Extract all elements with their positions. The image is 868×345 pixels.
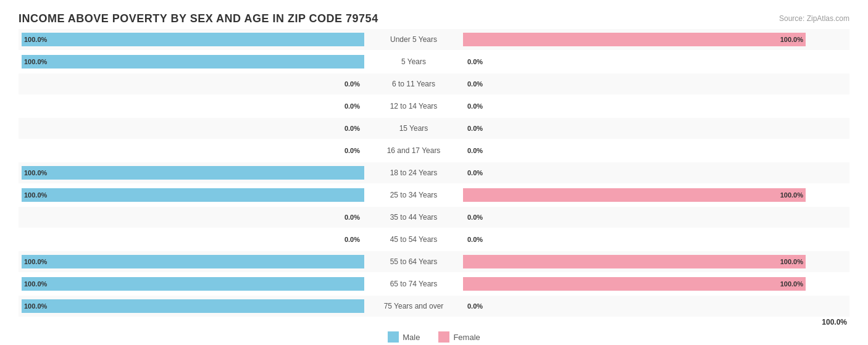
female-zero-value: 0.0% bbox=[465, 302, 485, 310]
legend-female: Female bbox=[438, 331, 480, 343]
female-bar-area: 100.0% bbox=[463, 251, 809, 272]
male-bar: 100.0% bbox=[22, 299, 364, 313]
female-value: 100.0% bbox=[780, 191, 803, 199]
female-zero-value: 0.0% bbox=[465, 169, 485, 177]
legend: Male Female bbox=[19, 331, 849, 343]
male-zero-value: 0.0% bbox=[343, 236, 362, 243]
chart-row: 100.0%18 to 24 Years0.0% bbox=[19, 162, 849, 183]
age-label: 65 to 74 Years bbox=[364, 280, 463, 288]
chart-row: 0.0%15 Years0.0% bbox=[19, 118, 849, 139]
female-bar: 100.0% bbox=[463, 33, 806, 46]
age-label: 16 and 17 Years bbox=[364, 146, 463, 155]
chart-row: 100.0%65 to 74 Years100.0% bbox=[19, 273, 849, 294]
male-bar-area: 0.0% bbox=[19, 229, 364, 250]
male-value: 100.0% bbox=[24, 258, 47, 265]
male-bar-area: 0.0% bbox=[19, 96, 364, 117]
female-box bbox=[438, 331, 449, 343]
age-label: 15 Years bbox=[364, 124, 463, 133]
age-label: Under 5 Years bbox=[364, 35, 463, 44]
male-bar: 100.0% bbox=[22, 277, 364, 291]
male-value: 100.0% bbox=[24, 36, 47, 43]
female-bar-area: 0.0% bbox=[463, 140, 809, 161]
female-bar-area: 0.0% bbox=[463, 296, 809, 317]
female-bar-area: 0.0% bbox=[463, 73, 809, 94]
chart-row: 100.0%25 to 34 Years100.0% bbox=[19, 185, 849, 206]
male-bar-area: 0.0% bbox=[19, 140, 364, 161]
female-bar-area: 0.0% bbox=[463, 51, 809, 72]
female-bar-area: 0.0% bbox=[463, 118, 809, 139]
age-label: 25 to 34 Years bbox=[364, 191, 463, 199]
male-value: 100.0% bbox=[24, 58, 47, 65]
female-bar-area: 0.0% bbox=[463, 96, 809, 117]
male-value: 100.0% bbox=[24, 191, 47, 199]
male-bar: 100.0% bbox=[22, 55, 364, 69]
male-bar-area: 100.0% bbox=[19, 296, 364, 317]
male-zero-value: 0.0% bbox=[343, 125, 362, 132]
male-value: 100.0% bbox=[24, 302, 47, 310]
male-zero-value: 0.0% bbox=[343, 214, 362, 221]
male-bar: 100.0% bbox=[22, 33, 364, 46]
footer-value: 100.0% bbox=[19, 318, 849, 326]
chart-row: 0.0%6 to 11 Years0.0% bbox=[19, 73, 849, 94]
female-bar-area: 100.0% bbox=[463, 185, 809, 206]
female-zero-value: 0.0% bbox=[465, 102, 485, 110]
female-bar-area: 0.0% bbox=[463, 207, 809, 228]
male-zero-value: 0.0% bbox=[343, 147, 362, 154]
chart-row: 100.0%55 to 64 Years100.0% bbox=[19, 251, 849, 272]
age-label: 45 to 54 Years bbox=[364, 235, 463, 244]
male-bar: 100.0% bbox=[22, 255, 364, 268]
female-bar-area: 0.0% bbox=[463, 162, 809, 183]
female-zero-value: 0.0% bbox=[465, 80, 485, 88]
male-bar: 100.0% bbox=[22, 188, 364, 202]
chart-row: 100.0%5 Years0.0% bbox=[19, 51, 849, 72]
male-zero-value: 0.0% bbox=[343, 102, 362, 110]
age-label: 12 to 14 Years bbox=[364, 102, 463, 110]
age-label: 18 to 24 Years bbox=[364, 168, 463, 177]
chart-row: 0.0%45 to 54 Years0.0% bbox=[19, 229, 849, 250]
male-label: Male bbox=[403, 333, 420, 342]
female-bar: 100.0% bbox=[463, 255, 806, 268]
female-zero-value: 0.0% bbox=[465, 236, 485, 243]
female-zero-value: 0.0% bbox=[465, 125, 485, 132]
legend-male: Male bbox=[388, 331, 420, 343]
age-label: 5 Years bbox=[364, 57, 463, 66]
male-value: 100.0% bbox=[24, 280, 47, 288]
female-bar: 100.0% bbox=[463, 188, 806, 202]
female-bar: 100.0% bbox=[463, 277, 806, 291]
chart-row: 0.0%12 to 14 Years0.0% bbox=[19, 96, 849, 117]
male-bar-area: 0.0% bbox=[19, 118, 364, 139]
chart-row: 0.0%16 and 17 Years0.0% bbox=[19, 140, 849, 161]
male-bar-area: 0.0% bbox=[19, 207, 364, 228]
age-label: 6 to 11 Years bbox=[364, 80, 463, 88]
male-value: 100.0% bbox=[24, 169, 47, 177]
age-label: 35 to 44 Years bbox=[364, 213, 463, 222]
male-bar-area: 100.0% bbox=[19, 185, 364, 206]
male-box bbox=[388, 331, 399, 343]
female-value: 100.0% bbox=[780, 280, 803, 288]
age-label: 75 Years and over bbox=[364, 302, 463, 310]
female-value: 100.0% bbox=[780, 36, 803, 43]
female-zero-value: 0.0% bbox=[465, 58, 485, 65]
female-value: 100.0% bbox=[780, 258, 803, 265]
female-bar-area: 0.0% bbox=[463, 229, 809, 250]
male-bar-area: 100.0% bbox=[19, 251, 364, 272]
female-zero-value: 0.0% bbox=[465, 214, 485, 221]
female-label: Female bbox=[453, 333, 480, 342]
chart-container: 100.0%Under 5 Years100.0%100.0%5 Years0.… bbox=[19, 29, 849, 326]
male-bar: 100.0% bbox=[22, 166, 364, 180]
chart-row: 100.0%Under 5 Years100.0% bbox=[19, 29, 849, 50]
male-zero-value: 0.0% bbox=[343, 80, 362, 88]
female-zero-value: 0.0% bbox=[465, 147, 485, 154]
female-bar-area: 100.0% bbox=[463, 29, 809, 50]
chart-row: 0.0%35 to 44 Years0.0% bbox=[19, 207, 849, 228]
chart-row: 100.0%75 Years and over0.0% bbox=[19, 296, 849, 317]
male-bar-area: 0.0% bbox=[19, 73, 364, 94]
age-label: 55 to 64 Years bbox=[364, 257, 463, 266]
male-bar-area: 100.0% bbox=[19, 51, 364, 72]
male-bar-area: 100.0% bbox=[19, 29, 364, 50]
female-bar-area: 100.0% bbox=[463, 273, 809, 294]
male-bar-area: 100.0% bbox=[19, 273, 364, 294]
male-bar-area: 100.0% bbox=[19, 162, 364, 183]
